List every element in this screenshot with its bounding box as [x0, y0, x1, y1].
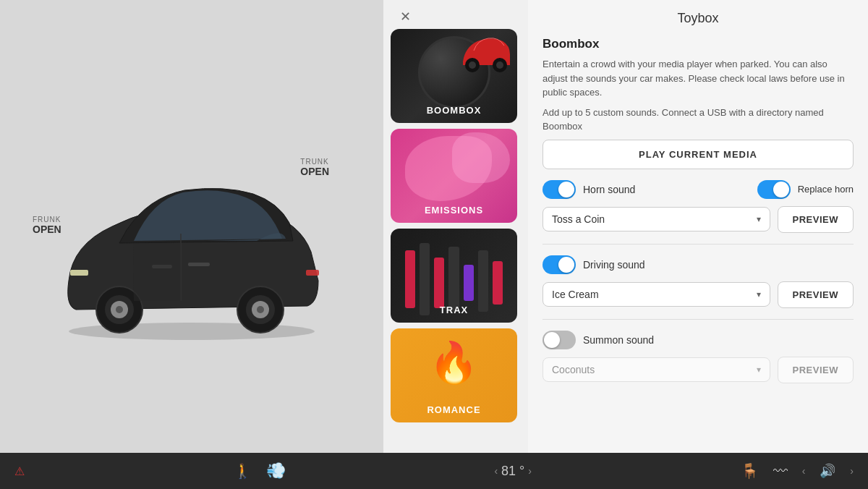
car-area: FRUNK OPEN TRUNK OPEN 🔓 ⚡ [18, 100, 365, 389]
summon-sound-selected-value: Coconuts [552, 364, 595, 375]
summon-toggle-knob [544, 332, 560, 348]
car-display-panel: FRUNK OPEN TRUNK OPEN 🔓 ⚡ [0, 0, 383, 489]
person-icon: 🚶 [234, 462, 252, 480]
divider1 [542, 244, 854, 244]
boombox-section-title: Boombox [542, 37, 854, 51]
svg-rect-2 [188, 263, 210, 266]
horn-preview-button[interactable]: PREVIEW [778, 206, 854, 233]
bottom-bar-right-icons: 🪑 〰 ‹ 🔊 › [741, 462, 854, 480]
svg-rect-13 [306, 270, 319, 276]
romance-fire-decoration: 🔥 [429, 343, 479, 383]
boombox-description2: Add up to 5 custom sounds. Connect a USB… [542, 106, 854, 134]
horn-selector-row: Toss a Coin ▾ PREVIEW [542, 206, 854, 233]
temperature-display: ‹ 81 ° › [494, 464, 532, 479]
toy-card-emissions[interactable]: EMISSIONS [391, 129, 517, 223]
fan-icon: 💨 [266, 462, 286, 480]
horn-sound-toggle[interactable] [542, 180, 576, 199]
summon-sound-row: Summon sound [542, 331, 854, 349]
temperature-value: 81 [501, 464, 516, 479]
trax-label: TRAX [391, 305, 517, 315]
svg-rect-12 [70, 270, 88, 276]
emissions-label: EMISSIONS [391, 205, 517, 216]
chevron-right-icon[interactable]: › [528, 465, 532, 477]
driving-sound-selected-value: Ice Cream [552, 289, 599, 300]
toy-cards-list: BOOMBOX EMISSIONS TRAX 🔥 ROMANCE [383, 0, 528, 453]
svg-point-7 [116, 306, 123, 313]
bottom-bar-left: ⚠ [14, 464, 25, 478]
horn-sound-selected-value: Toss a Coin [552, 213, 605, 225]
toy-card-trax[interactable]: TRAX [391, 229, 517, 323]
emissions-blob2 [452, 132, 510, 183]
summon-sound-label: Summon sound [583, 334, 854, 346]
romance-label: ROMANCE [391, 404, 517, 415]
warning-icon: ⚠ [14, 464, 25, 478]
driving-sound-label: Driving sound [583, 259, 854, 271]
replace-horn-toggle[interactable] [757, 180, 791, 199]
temp-unit: ° [519, 464, 524, 479]
horn-sound-label: Horn sound [583, 184, 750, 195]
replace-horn-knob [773, 182, 789, 197]
close-button[interactable]: ✕ [394, 6, 416, 27]
svg-point-11 [257, 306, 264, 313]
horn-chevron-icon: ▾ [757, 214, 761, 224]
chevron-left-icon[interactable]: ‹ [494, 465, 498, 477]
summon-sound-toggle[interactable] [542, 331, 576, 349]
seat-icon: 🪑 [741, 462, 759, 480]
toy-card-boombox[interactable]: BOOMBOX [391, 29, 517, 123]
toybox-detail-panel: Toybox Boombox Entertain a crowd with yo… [528, 0, 868, 453]
volume-icon: 🔊 [820, 463, 835, 479]
svg-point-15 [469, 61, 476, 69]
chevron-right-icon2[interactable]: › [850, 465, 854, 477]
chevron-left-icon2[interactable]: ‹ [802, 465, 806, 477]
summon-preview-button: PREVIEW [778, 357, 854, 383]
car-image [40, 158, 344, 360]
toybox-panel-title: Toybox [542, 11, 854, 26]
heat-icon: 〰 [773, 463, 788, 480]
trax-keys-decoration [405, 243, 503, 301]
boombox-description1: Entertain a crowd with your media player… [542, 57, 854, 100]
summon-chevron-icon: ▾ [757, 365, 761, 375]
driving-selector-row: Ice Cream ▾ PREVIEW [542, 281, 854, 308]
driving-sound-row: Driving sound [542, 255, 854, 274]
boombox-car-decoration [459, 33, 514, 76]
driving-sound-selector[interactable]: Ice Cream ▾ [542, 282, 770, 307]
toy-card-romance[interactable]: 🔥 ROMANCE [391, 328, 517, 422]
boombox-label: BOOMBOX [391, 105, 517, 116]
driving-chevron-icon: ▾ [757, 289, 761, 299]
horn-sound-selector[interactable]: Toss a Coin ▾ [542, 207, 770, 231]
driving-preview-button[interactable]: PREVIEW [778, 281, 854, 308]
svg-point-17 [496, 61, 503, 69]
toybox-panel: BOOMBOX EMISSIONS TRAX 🔥 ROMANCE [383, 0, 868, 453]
horn-toggle-knob [558, 182, 574, 197]
divider2 [542, 319, 854, 320]
summon-sound-selector[interactable]: Coconuts ▾ [542, 357, 770, 382]
driving-sound-toggle[interactable] [542, 255, 576, 274]
summon-selector-row: Coconuts ▾ PREVIEW [542, 357, 854, 383]
horn-sound-row: Horn sound Replace horn [542, 180, 854, 199]
replace-horn-label: Replace horn [798, 184, 854, 195]
driving-toggle-knob [558, 257, 574, 273]
play-current-media-button[interactable]: PLAY CURRENT MEDIA [542, 140, 854, 169]
bottom-bar-center-icons: 🚶 💨 [234, 462, 286, 480]
bottom-status-bar: ⚠ 🚶 💨 ‹ 81 ° › 🪑 〰 ‹ 🔊 › [0, 453, 868, 489]
